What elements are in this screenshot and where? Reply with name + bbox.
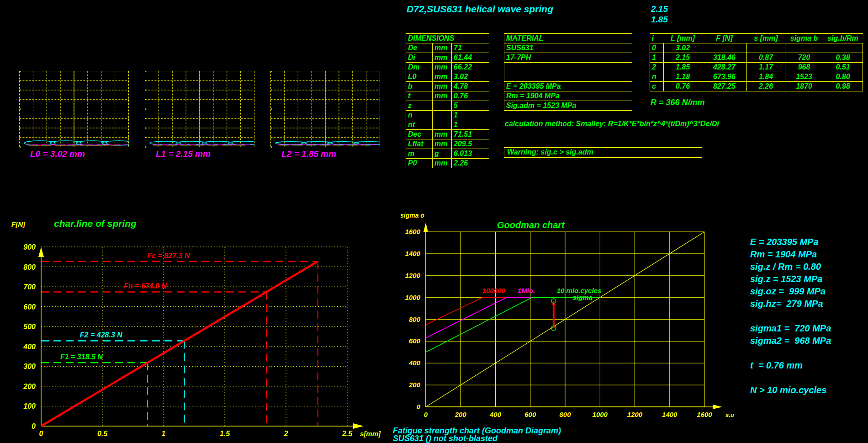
grid-dot — [19, 118, 21, 119]
spring-calculation-screen: { "header": { "title": "D72,SUS631 helic… — [0, 0, 868, 443]
table-row: bmm4.78 — [406, 82, 489, 91]
series-100000-cycles-line — [426, 298, 507, 325]
table-cell — [702, 43, 747, 53]
table-row: 17-7PH — [504, 53, 632, 63]
column-header: i — [650, 34, 664, 43]
panel-line: N > 10 mio.cycles — [750, 384, 831, 396]
table-cell: 1523 — [785, 72, 823, 82]
y-tick-label: 300 — [23, 363, 36, 370]
table-cell: 0.51 — [823, 63, 863, 72]
table-cell: 4.78 — [452, 82, 489, 91]
grid-dot — [145, 108, 146, 110]
grid-dot — [19, 108, 21, 110]
spring-length-label: L0 = 3.02 mm — [30, 149, 85, 159]
spring-view-L2: L2 = 1.85 mm — [270, 71, 380, 162]
table-cell — [433, 101, 452, 111]
grid-dot — [145, 118, 146, 119]
y-tick-label: 600 — [23, 303, 36, 311]
table-cell: L0 — [406, 72, 433, 82]
force-marker-label: Fn = 674.0 N — [124, 282, 167, 290]
table-cell: 1870 — [785, 82, 823, 91]
table-cell — [785, 43, 823, 53]
table-cell: mm — [433, 53, 452, 63]
table-row: Rm = 1904 MPa — [504, 91, 632, 101]
table-cell: P0 — [406, 159, 433, 168]
force-marker-label: Fc = 827.3 N — [147, 252, 190, 260]
x-axis-label: s.u — [725, 411, 734, 418]
grid-dot — [270, 89, 272, 91]
panel-line: sig.oz = 999 MPa — [750, 285, 831, 298]
table-cell: 720 — [785, 53, 823, 63]
y-tick-label: 1000 — [405, 294, 421, 301]
table-row: 03.02 — [650, 43, 863, 53]
grid-dot — [270, 137, 272, 138]
table-cell: 1 — [650, 53, 664, 63]
x-tick-label: 1 — [162, 430, 166, 438]
table-cell: Dec — [406, 130, 433, 139]
table-cell: 2.15 — [664, 53, 702, 63]
results-table: iL [mm]F [N]s [mm]sigma bsig.b/Rm03.02 1… — [650, 33, 863, 91]
grid-dot — [19, 127, 21, 128]
table-cell — [504, 72, 632, 82]
table-cell: 3.02 — [452, 72, 489, 82]
panel-line: E = 203395 MPa — [750, 236, 831, 248]
table-row: L0mm3.02 — [406, 72, 489, 82]
table-row: n1.18673.961.8415230.80 — [650, 72, 863, 82]
grid-dot — [270, 108, 272, 110]
warning-box: Warning: sig.c > sig.adm — [504, 147, 702, 158]
spring-characteristic-line — [41, 262, 318, 426]
table-cell: 2.26 — [452, 159, 489, 168]
grid-dot — [145, 99, 146, 100]
grid-dot — [145, 80, 146, 81]
warning-text: Warning: sig.c > sig.adm — [504, 148, 702, 156]
table-cell — [504, 63, 632, 72]
table-row: MATERIAL — [504, 34, 632, 43]
table-cell: mm — [433, 63, 452, 72]
results-header-row: iL [mm]F [N]s [mm]sigma bsig.b/Rm — [650, 34, 863, 43]
y-tick-label: 700 — [23, 283, 36, 291]
dimensions-table: DIMENSIONSDemm71Dimm61.44Dmmm66.22L0mm3.… — [406, 33, 489, 168]
series-1-mio-cycles-line — [426, 298, 532, 338]
x-axis-arrow — [353, 423, 364, 429]
y-tick-label: 1200 — [405, 272, 421, 279]
column-header: F [N] — [702, 34, 747, 43]
grid-dot — [145, 89, 146, 91]
goodman-chart: 1000001Mio.10 mio.cyclessigma02004006008… — [391, 210, 752, 426]
header-value-2: 1.85 — [651, 15, 668, 25]
panel-line: t = 0.76 mm — [750, 359, 831, 372]
panel-line — [750, 372, 831, 384]
column-header: L [mm] — [664, 34, 702, 43]
goodman-results-panel: E = 203395 MPaRm = 1904 MPasig.z / Rm = … — [750, 236, 831, 396]
dimensions-table-title: DIMENSIONS — [406, 34, 489, 43]
x-tick-label: 1400 — [662, 411, 677, 418]
table-cell: 318.46 — [702, 53, 747, 63]
table-row: 21.85428.271.179680.51 — [650, 63, 863, 72]
table-cell — [747, 43, 785, 53]
panel-line: sig.z = 1523 MPa — [750, 273, 831, 285]
table-cell: b — [406, 82, 433, 91]
table-cell: mm — [433, 159, 452, 168]
table-row — [504, 63, 632, 72]
table-cell: 0.80 — [823, 72, 863, 82]
x-tick-label: 0 — [39, 430, 43, 438]
x-tick-label: 1000 — [593, 411, 608, 418]
table-row: E = 203395 MPa — [504, 82, 632, 91]
spring-wave-red — [280, 145, 370, 145]
table-cell: mm — [433, 82, 452, 91]
table-cell: mm — [433, 43, 452, 53]
y-tick-label: 100 — [23, 402, 36, 410]
table-cell: 0.38 — [823, 53, 863, 63]
table-cell: 1.84 — [747, 72, 785, 82]
table-row: Dimm61.44 — [406, 53, 489, 63]
table-cell — [823, 43, 863, 53]
table-cell: n — [406, 111, 433, 120]
column-header: sig.b/Rm — [823, 34, 863, 43]
table-cell: Lflat — [406, 139, 433, 149]
y-tick-label: 1400 — [405, 250, 421, 257]
grid-dot — [270, 80, 272, 81]
table-cell: Dm — [406, 63, 433, 72]
y-tick-label: 900 — [23, 243, 36, 251]
grid-dot — [145, 137, 146, 138]
spring-length-label: L1 = 2.15 mm — [156, 149, 211, 159]
table-row: Demm71 — [406, 43, 489, 53]
